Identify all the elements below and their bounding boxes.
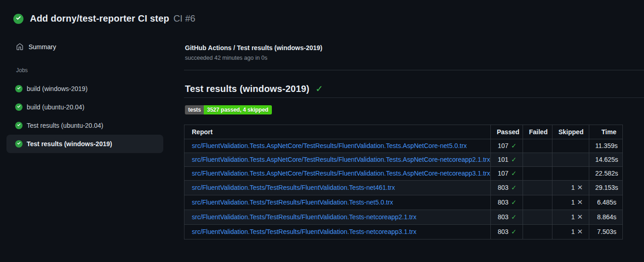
passed-count: 803 (498, 213, 508, 221)
passed-check-icon: ✓ (511, 142, 517, 149)
failed-cell (523, 195, 552, 210)
time-cell: 8.864s (589, 210, 623, 225)
passed-cell: 107✓ (491, 139, 523, 153)
time-cell: 22.582s (589, 167, 623, 181)
time-cell: 6.485s (589, 195, 623, 210)
passed-cell: 803✓ (491, 181, 523, 195)
column-header-passed: Passed (491, 125, 523, 139)
passed-count: 101 (498, 156, 508, 163)
report-link[interactable]: src/FluentValidation.Tests/TestResults/F… (192, 199, 393, 206)
skipped-cross-icon: ✕ (577, 213, 583, 221)
table-row: src/FluentValidation.Tests.AspNetCore/Te… (184, 167, 623, 181)
skipped-cross-icon: ✕ (577, 183, 583, 192)
success-check-circle-icon (15, 85, 23, 92)
summary-label: Summary (29, 43, 56, 51)
passed-count: 107 (498, 142, 508, 149)
badge-label: tests (185, 105, 204, 114)
failed-cell (523, 210, 552, 225)
report-cell: src/FluentValidation.Tests/TestResults/F… (184, 225, 491, 239)
failed-cell (523, 139, 552, 153)
column-header-skipped: Skipped (552, 125, 589, 139)
success-check-circle-icon (15, 140, 23, 148)
report-link[interactable]: src/FluentValidation.Tests/TestResults/F… (192, 228, 416, 235)
failed-cell (523, 153, 552, 167)
job-label: build (ubuntu-20.04) (27, 103, 84, 111)
report-link[interactable]: src/FluentValidation.Tests.AspNetCore/Te… (192, 156, 490, 163)
skipped-count: 1 (571, 228, 575, 235)
failed-cell (523, 181, 552, 195)
table-row: src/FluentValidation.Tests/TestResults/F… (184, 195, 623, 210)
report-cell: src/FluentValidation.Tests.AspNetCore/Te… (184, 139, 491, 153)
table-row: src/FluentValidation.Tests/TestResults/F… (184, 181, 623, 195)
sidebar-item-summary[interactable]: Summary (16, 43, 56, 51)
passed-count: 803 (498, 184, 508, 191)
badge-value: 3527 passed, 4 skipped (204, 105, 272, 114)
status-line: succeeded 42 minutes ago in 0s (185, 55, 267, 61)
job-label: Test results (ubuntu-20.04) (27, 122, 104, 129)
success-check-circle-icon (15, 122, 23, 129)
report-cell: src/FluentValidation.Tests/TestResults/F… (184, 181, 491, 195)
report-link[interactable]: src/FluentValidation.Tests/TestResults/F… (192, 213, 416, 221)
passed-check-icon: ✓ (511, 213, 517, 221)
divider (184, 97, 644, 98)
column-header-time: Time (589, 125, 623, 139)
section-heading-row: Test results (windows-2019) ✓ (185, 83, 323, 94)
report-table: Report Passed Failed Skipped Time src/Fl… (184, 125, 623, 239)
time-cell: 14.625s (589, 153, 623, 167)
skipped-count: 1 (571, 213, 575, 221)
sidebar: Summary Jobs build (windows-2019) build … (0, 0, 175, 262)
tests-badge: tests 3527 passed, 4 skipped (185, 105, 272, 114)
table-row: src/FluentValidation.Tests.AspNetCore/Te… (184, 139, 623, 153)
report-link[interactable]: src/FluentValidation.Tests.AspNetCore/Te… (192, 142, 467, 149)
divider (184, 70, 644, 70)
skipped-cell: 1✕ (552, 181, 589, 195)
passed-check-icon: ✓ (511, 170, 517, 177)
time-cell: 11.359s (589, 139, 623, 153)
report-link[interactable]: src/FluentValidation.Tests.AspNetCore/Te… (192, 170, 490, 177)
report-link[interactable]: src/FluentValidation.Tests/TestResults/F… (192, 184, 395, 191)
skipped-cross-icon: ✕ (577, 198, 583, 206)
passed-count: 803 (498, 228, 508, 235)
check-suite-title: GitHub Actions / Test results (windows-2… (185, 44, 322, 51)
passed-cell: 803✓ (491, 225, 523, 239)
table-row: src/FluentValidation.Tests/TestResults/F… (184, 210, 623, 225)
report-cell: src/FluentValidation.Tests.AspNetCore/Te… (184, 167, 491, 181)
section-heading: Test results (windows-2019) (185, 84, 310, 94)
report-cell: src/FluentValidation.Tests.AspNetCore/Te… (184, 153, 491, 167)
sidebar-item-build-windows-2019[interactable]: build (windows-2019) (6, 80, 163, 98)
passed-check-icon: ✓ (511, 184, 517, 191)
success-check-icon: ✓ (316, 83, 323, 94)
passed-check-icon: ✓ (511, 156, 517, 163)
main-content: GitHub Actions / Test results (windows-2… (184, 0, 644, 262)
jobs-section-label: Jobs (16, 67, 28, 74)
passed-count: 107 (498, 170, 508, 177)
skipped-count: 1 (571, 184, 575, 191)
success-check-circle-icon (15, 103, 23, 111)
passed-cell: 803✓ (491, 195, 523, 210)
passed-cell: 803✓ (491, 210, 523, 225)
passed-check-icon: ✓ (511, 228, 517, 235)
passed-cell: 101✓ (491, 153, 523, 167)
skipped-cell (552, 153, 589, 167)
sidebar-item-build-ubuntu-20-04[interactable]: build (ubuntu-20.04) (6, 98, 163, 116)
skipped-cell: 1✕ (552, 210, 589, 225)
report-cell: src/FluentValidation.Tests/TestResults/F… (184, 210, 491, 225)
report-cell: src/FluentValidation.Tests/TestResults/F… (184, 195, 491, 210)
report-table-body: src/FluentValidation.Tests.AspNetCore/Te… (184, 139, 623, 239)
home-icon (16, 43, 23, 51)
skipped-count: 1 (571, 199, 575, 206)
column-header-failed: Failed (523, 125, 552, 139)
skipped-cell: 1✕ (552, 225, 589, 239)
skipped-cross-icon: ✕ (577, 228, 583, 236)
job-label: build (windows-2019) (27, 85, 87, 92)
passed-check-icon: ✓ (511, 199, 517, 206)
column-header-report: Report (184, 125, 491, 139)
failed-cell (523, 225, 552, 239)
time-cell: 29.153s (589, 181, 623, 195)
time-cell: 7.503s (589, 225, 623, 239)
failed-cell (523, 167, 552, 181)
sidebar-item-test-results-ubuntu-20-04[interactable]: Test results (ubuntu-20.04) (6, 116, 163, 135)
skipped-cell: 1✕ (552, 195, 589, 210)
sidebar-item-test-results-windows-2019[interactable]: Test results (windows-2019) (6, 135, 163, 153)
skipped-cell (552, 139, 589, 153)
